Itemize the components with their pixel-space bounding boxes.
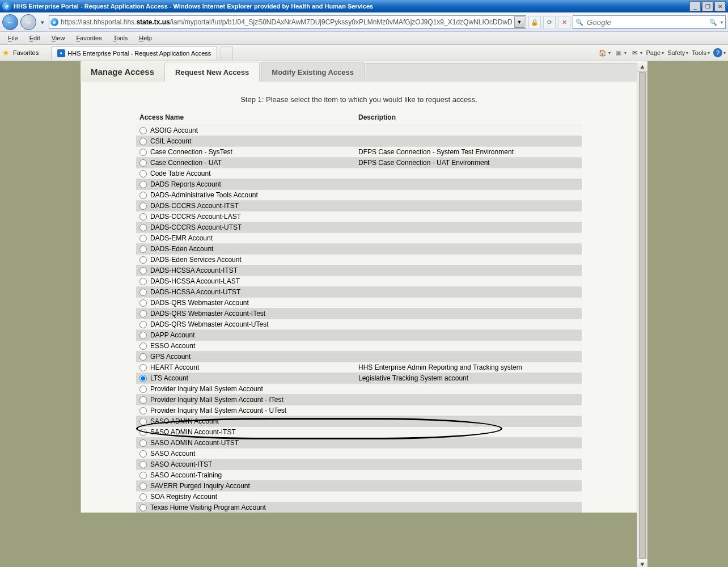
access-option[interactable]: Case Connection - SysTest	[139, 148, 352, 156]
menu-favorites[interactable]: Favorites	[71, 33, 106, 43]
access-option[interactable]: SASO Account-ITST	[139, 460, 352, 468]
access-radio[interactable]	[139, 332, 147, 339]
safety-menu[interactable]: Safety▾	[667, 49, 688, 56]
access-option[interactable]: SAVERR Purged Inquiry Account	[139, 482, 352, 490]
access-radio[interactable]	[139, 310, 147, 318]
access-radio[interactable]	[139, 289, 147, 296]
access-radio[interactable]	[139, 450, 147, 458]
menu-edit[interactable]: Edit	[25, 33, 45, 43]
access-radio[interactable]	[139, 439, 147, 447]
forward-button[interactable]: →	[20, 14, 36, 30]
menu-tools[interactable]: Tools	[109, 33, 133, 43]
menu-help[interactable]: Help	[134, 33, 156, 43]
menu-view[interactable]: View	[47, 33, 70, 43]
access-radio[interactable]	[139, 342, 147, 350]
access-option[interactable]: DADS-QRS Webmaster Account	[139, 299, 352, 307]
access-option[interactable]: ESSO Account	[139, 342, 352, 350]
access-radio[interactable]	[139, 138, 147, 145]
access-option[interactable]: Code Table Account	[139, 170, 352, 177]
tab-request-new-access[interactable]: Request New Access	[164, 62, 260, 82]
access-radio[interactable]	[139, 170, 147, 177]
menu-file[interactable]: File	[3, 33, 23, 43]
access-option[interactable]: DADS-Eden Account	[139, 245, 352, 253]
access-radio[interactable]	[139, 224, 147, 231]
access-option[interactable]: Provider Inquiry Mail System Account - I…	[139, 396, 352, 404]
access-option[interactable]: DADS-QRS Webmaster Account-ITest	[139, 310, 352, 318]
scroll-thumb[interactable]	[639, 72, 646, 558]
access-option[interactable]: DADS-Administrative Tools Account	[139, 191, 352, 199]
url-dropdown-button[interactable]: ▼	[514, 16, 524, 28]
access-radio[interactable]	[139, 386, 147, 393]
access-radio[interactable]	[139, 149, 147, 156]
search-submit-button[interactable]: 🔍	[708, 19, 718, 26]
page-menu[interactable]: Page▾	[646, 49, 664, 56]
access-radio[interactable]	[139, 493, 147, 501]
new-tab-button[interactable]	[221, 46, 233, 60]
access-radio[interactable]	[139, 429, 147, 436]
home-button[interactable]: 🏠▾	[598, 48, 611, 57]
refresh-button[interactable]: ⟳	[543, 16, 556, 28]
access-option[interactable]: GPS Account	[139, 353, 352, 361]
restore-button[interactable]: ❐	[702, 1, 713, 11]
access-option[interactable]: DADS-CCCRS Account-LAST	[139, 213, 352, 221]
search-provider-dropdown[interactable]: ▾	[721, 20, 723, 25]
read-mail-button[interactable]: ✉▾	[630, 48, 642, 57]
search-input[interactable]	[586, 18, 706, 27]
tab-modify-existing-access[interactable]: Modify Existing Access	[261, 62, 365, 82]
nav-history-dropdown[interactable]: ▾	[39, 15, 46, 29]
access-radio[interactable]	[139, 418, 147, 425]
back-button[interactable]: ←	[2, 14, 18, 30]
help-button[interactable]: ?▾	[713, 48, 726, 57]
access-option[interactable]: SOA Registry Account	[139, 493, 352, 501]
favorites-label[interactable]: Favorites	[13, 49, 39, 56]
access-option[interactable]: DADS-HCSSA Account-UTST	[139, 288, 352, 296]
access-radio[interactable]	[139, 396, 147, 404]
access-radio[interactable]	[139, 181, 147, 188]
access-option[interactable]: DADS-EMR Account	[139, 234, 352, 242]
access-radio[interactable]	[139, 159, 147, 167]
search-box[interactable]: 🔍 🔍 ▾	[573, 15, 726, 29]
tools-menu[interactable]: Tools▾	[692, 49, 710, 56]
access-option[interactable]: SASO ADMIN Account	[139, 417, 352, 425]
browser-tab-active[interactable]: ✦ HHS Enterprise Portal - Request Applic…	[51, 46, 217, 60]
access-option[interactable]: HEART Account	[139, 363, 352, 371]
access-option[interactable]: DADS-HCSSA Account-LAST	[139, 277, 352, 285]
access-option[interactable]: SASO Account	[139, 450, 352, 458]
access-option[interactable]: SASO Account-Training	[139, 471, 352, 479]
access-option[interactable]: DADS-CCCRS Account-ITST	[139, 202, 352, 210]
access-radio[interactable]	[139, 472, 147, 479]
access-option[interactable]: Case Connection - UAT	[139, 159, 352, 167]
stop-button[interactable]: ✕	[558, 16, 570, 28]
access-option[interactable]: DADS-Eden Services Account	[139, 256, 352, 264]
access-option[interactable]: DADS Reports Account	[139, 180, 352, 188]
access-option[interactable]: DADS-HCSSA Account-ITST	[139, 266, 352, 274]
access-radio[interactable]	[139, 278, 147, 285]
security-lock-icon[interactable]: 🔒	[528, 16, 541, 28]
access-radio[interactable]	[139, 256, 147, 264]
access-radio[interactable]	[139, 202, 147, 210]
access-radio[interactable]	[139, 461, 147, 468]
access-option[interactable]: CSIL Account	[139, 137, 352, 145]
access-radio[interactable]	[139, 504, 147, 511]
access-option[interactable]: DAPP Account	[139, 331, 352, 339]
access-option[interactable]: ASOIG Account	[139, 126, 352, 134]
access-radio[interactable]	[139, 267, 147, 274]
access-option[interactable]: SASO ADMIN Account-ITST	[139, 428, 352, 436]
address-bar[interactable]: e https://last.hhsportal.hhs.state.tx.us…	[49, 15, 526, 29]
access-option[interactable]: Provider Inquiry Mail System Account	[139, 385, 352, 393]
access-radio[interactable]	[139, 364, 147, 371]
access-radio[interactable]	[139, 127, 147, 134]
url-text[interactable]: https://last.hhsportal.hhs.state.tx.us/i…	[61, 18, 512, 26]
access-option[interactable]: DADS-CCCRS Account-UTST	[139, 223, 352, 231]
feeds-button[interactable]: ▣▾	[614, 48, 627, 57]
vertical-scrollbar[interactable]: ▲ ▼	[637, 61, 647, 567]
close-button[interactable]: ✕	[714, 1, 726, 11]
access-radio[interactable]	[139, 213, 147, 221]
access-radio[interactable]	[139, 321, 147, 328]
scroll-down-button[interactable]: ▼	[637, 558, 647, 567]
access-radio[interactable]	[139, 235, 147, 242]
access-radio[interactable]	[139, 407, 147, 414]
access-option[interactable]: Provider Inquiry Mail System Account - U…	[139, 407, 352, 414]
access-option[interactable]: SASO ADMIN Account-UTST	[139, 439, 352, 447]
access-radio[interactable]	[139, 192, 147, 199]
